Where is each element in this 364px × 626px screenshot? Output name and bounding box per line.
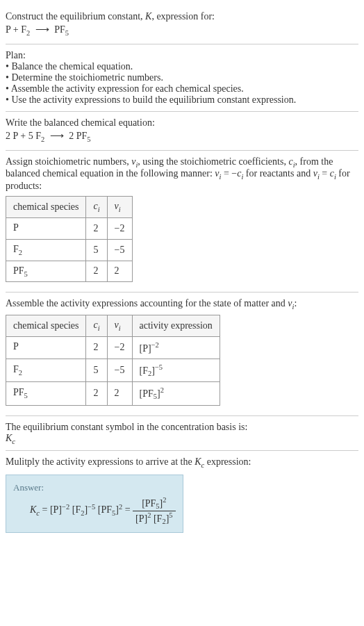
- cell-species: PF5: [6, 382, 86, 405]
- header-activity: activity expression: [132, 315, 220, 337]
- cell-species: F2: [6, 359, 86, 381]
- balanced-section: Write the balanced chemical equation: 2 …: [6, 112, 358, 151]
- cell-species: P: [6, 336, 86, 359]
- cell-nu: −2: [107, 336, 132, 359]
- coef-species: 2 PF5: [69, 131, 90, 141]
- header-ci: ci: [86, 197, 107, 218]
- table-header-row: chemical species ci νi activity expressi…: [6, 315, 220, 337]
- table-row: PF5 2 2 [PF5]2: [6, 382, 220, 405]
- unbalanced-reaction: P + F2 ⟶ PF5: [6, 24, 358, 37]
- coef-species: 2 P: [6, 131, 18, 141]
- stoich-section: Assign stoichiometric numbers, νi, using…: [6, 151, 358, 293]
- header-species: chemical species: [6, 197, 86, 218]
- intro-line: Construct the equilibrium constant, K, e…: [6, 11, 358, 22]
- arrow-icon: ⟶: [50, 130, 64, 142]
- table-row: P 2 −2: [6, 217, 133, 239]
- answer-box: Answer: Kc = [P]−2 [F2]−5 [PF5]2 = [PF5]…: [6, 475, 183, 533]
- cell-nu: −5: [107, 359, 132, 381]
- cell-species: P: [6, 217, 86, 239]
- kc-symbol: Kc: [6, 433, 358, 445]
- activity-table: chemical species ci νi activity expressi…: [6, 315, 220, 405]
- stoich-table: chemical species ci νi P 2 −2 F2 5 −5 PF…: [6, 196, 133, 282]
- coef-species: 5 F2: [28, 131, 45, 141]
- header-nu: νi: [107, 197, 132, 218]
- cell-nu: 2: [107, 261, 132, 282]
- plan-bullet: • Balance the chemical equation.: [6, 61, 358, 72]
- cell-activity: [F2]−5: [132, 359, 220, 381]
- plan-section: Plan: • Balance the chemical equation. •…: [6, 44, 358, 112]
- cell-nu: −2: [107, 217, 132, 239]
- header-ci: ci: [86, 315, 107, 337]
- cell-ci: 2: [86, 336, 107, 359]
- plan-bullet: • Determine the stoichiometric numbers.: [6, 72, 358, 83]
- cell-ci: 5: [86, 239, 107, 261]
- answer-equation: Kc = [P]−2 [F2]−5 [PF5]2 = [PF5]2[P]2 [F…: [13, 496, 176, 525]
- k-symbol: K: [145, 11, 151, 22]
- header-nu: νi: [107, 315, 132, 337]
- cell-ci: 2: [86, 382, 107, 405]
- table-row: F2 5 −5 [F2]−5: [6, 359, 220, 381]
- fraction: [PF5]2[P]2 [F2]5: [133, 496, 176, 525]
- arrow-icon: ⟶: [35, 24, 49, 35]
- plan-bullet: • Use the activity expressions to build …: [6, 94, 358, 106]
- intro-section: Construct the equilibrium constant, K, e…: [6, 6, 358, 44]
- multiply-line: Mulitply the activity expressions to arr…: [6, 456, 358, 469]
- table-row: P 2 −2 [P]−2: [6, 336, 220, 359]
- plus: +: [10, 24, 21, 35]
- plan-bullet: • Assemble the activity expression for e…: [6, 83, 358, 94]
- cell-nu: −5: [107, 239, 132, 261]
- multiply-section: Mulitply the activity expressions to arr…: [6, 451, 358, 538]
- cell-ci: 5: [86, 359, 107, 381]
- plus: +: [18, 131, 28, 141]
- header-species: chemical species: [6, 315, 86, 337]
- cell-ci: 2: [86, 261, 107, 282]
- symbol-section: The equilibrium constant symbol in the c…: [6, 416, 358, 452]
- intro-text-post: , expression for:: [151, 11, 215, 22]
- species-f2: F2: [21, 24, 30, 35]
- cell-species: PF5: [6, 261, 86, 282]
- stoich-intro: Assign stoichiometric numbers, νi, using…: [6, 156, 358, 192]
- cell-ci: 2: [86, 217, 107, 239]
- activity-section: Assemble the activity expressions accoun…: [6, 293, 358, 415]
- denominator: [P]2 [F2]5: [133, 511, 176, 525]
- species-pf5: PF5: [54, 24, 69, 35]
- balanced-reaction: 2 P + 5 F2 ⟶ 2 PF5: [6, 130, 358, 143]
- table-row: F2 5 −5: [6, 239, 133, 261]
- plan-title: Plan:: [6, 50, 358, 61]
- table-row: PF5 2 2: [6, 261, 133, 282]
- intro-text: Construct the equilibrium constant,: [6, 11, 145, 22]
- cell-nu: 2: [107, 382, 132, 405]
- symbol-line: The equilibrium constant symbol in the c…: [6, 422, 358, 433]
- cell-species: F2: [6, 239, 86, 261]
- answer-label: Answer:: [13, 482, 176, 493]
- balanced-title: Write the balanced chemical equation:: [6, 117, 358, 129]
- cell-activity: [P]−2: [132, 336, 220, 359]
- numerator: [PF5]2: [133, 496, 176, 511]
- activity-intro: Assemble the activity expressions accoun…: [6, 298, 358, 311]
- cell-activity: [PF5]2: [132, 382, 220, 405]
- table-header-row: chemical species ci νi: [6, 197, 133, 218]
